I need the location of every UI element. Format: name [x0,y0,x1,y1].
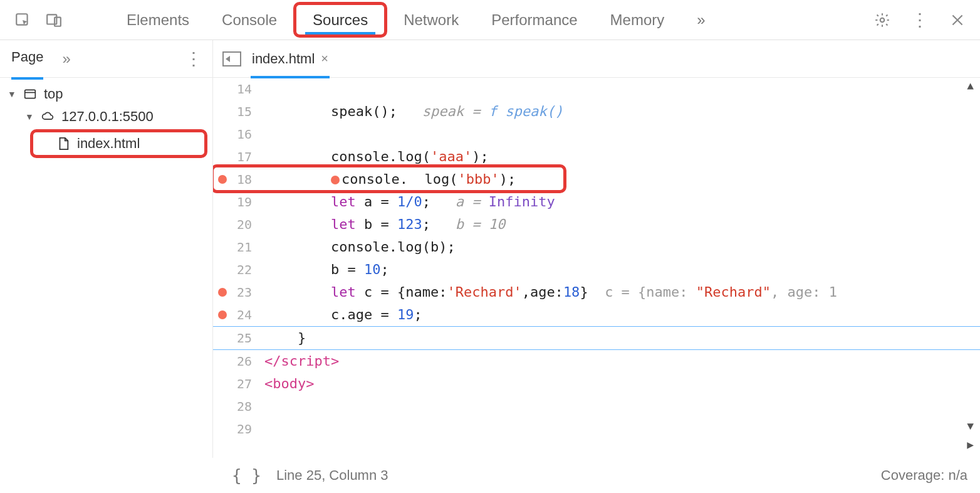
tab-console[interactable]: Console [206,0,293,40]
top-tabs: Elements Console Sources Network Perform… [110,0,722,40]
tab-more[interactable]: » [680,0,721,40]
lineno: 29 [237,418,252,440]
lineno: 28 [237,395,252,418]
lineno: 16 [237,123,252,146]
tree-host[interactable]: ▼ 127.0.0.1:5500 [0,105,212,128]
show-navigator-icon[interactable] [222,49,242,69]
breakpoint-icon[interactable] [218,310,227,319]
t: c.age = [331,307,397,322]
t: Infinity [489,194,555,209]
editor-tab-label: index.html [252,51,315,67]
t: ; [380,262,388,277]
t: a = [456,194,489,209]
code-line-14[interactable]: 14 [213,78,980,100]
t: console.log( [331,149,430,164]
code-line-15[interactable]: 15 speak(); speak = f speak() [213,100,980,123]
frame-icon [21,87,39,102]
file-icon [55,136,72,151]
code-line-26[interactable]: 26 </script​> [213,350,980,373]
t: c = {name: [356,284,447,300]
code-line-17[interactable]: 17 console.log('aaa'); [213,146,980,168]
tab-network[interactable]: Network [387,0,475,40]
breakpoint-icon[interactable] [218,288,227,297]
devtools-toolbar: Elements Console Sources Network Perform… [0,0,980,40]
tree-top[interactable]: ▼ top [0,83,212,105]
tab-memory[interactable]: Memory [594,0,681,40]
t: ; [422,216,430,232]
t: "Rechard" [696,284,771,300]
t: , age: 1 [771,284,837,300]
lineno: 20 [237,213,252,236]
t: console.log(b); [331,239,456,255]
gear-icon[interactable] [872,10,892,30]
editor-tab-index[interactable]: index.html × [251,48,330,70]
breakpoint-icon[interactable] [218,175,227,184]
t: } [580,284,588,300]
code-token: speak(); [331,103,397,119]
tree-host-label: 127.0.0.1:5500 [61,109,154,125]
svg-rect-4 [25,90,36,98]
t: ; [422,194,430,209]
code-editor[interactable]: ▲ 14 15 speak(); speak = f speak() 16 17… [213,78,980,458]
code-line-22[interactable]: 22 b = 10; [213,258,980,281]
t: c = {name: [605,284,696,300]
svg-rect-2 [55,17,61,26]
editor-tabs: index.html × [213,40,338,77]
code-line-27[interactable]: 27 <body> [213,373,980,395]
tab-elements[interactable]: Elements [110,0,206,40]
tab-sources[interactable]: Sources [293,2,387,38]
tab-performance[interactable]: Performance [475,0,593,40]
hint: speak = [422,103,489,119]
t: let [331,194,356,209]
scroll-down-icon[interactable]: ▼ [967,420,974,433]
t: } [298,330,306,346]
t: 'Rechard' [447,284,521,300]
code-line-19[interactable]: 19 let a = 1/0; a = Infinity [213,191,980,213]
t: let [331,216,356,232]
svg-rect-0 [16,14,27,24]
nav-tab-page[interactable]: Page [11,49,43,69]
main-area: ▼ top ▼ 127.0.0.1:5500 index.html ▲ 14 [0,78,980,458]
lineno: 18 [237,168,252,191]
hint: f speak() [489,103,563,119]
inline-hint: b = 10 [456,216,505,232]
kebab-menu-icon[interactable]: ⋮ [910,10,930,30]
code-line-21[interactable]: 21 console.log(b); [213,236,980,258]
inspect-element-icon[interactable] [13,10,33,30]
nav-more-icon[interactable]: » [62,50,70,68]
t: 18 [563,284,580,300]
pretty-print-icon[interactable]: { } [232,466,261,485]
close-icon[interactable] [947,10,967,30]
inline-breakpoint-icon[interactable] [331,176,340,184]
t: log( [424,171,457,187]
t: <body> [264,376,314,391]
code-line-25[interactable]: 25 } [213,327,980,350]
code-line-23[interactable]: 23 let c = {name:'Rechard',age:18} c = {… [213,281,980,304]
t: ; [414,307,422,322]
code-line-18[interactable]: 18 console. log('bbb'); [213,168,980,191]
code-line-29[interactable]: 29 [213,418,980,440]
status-bar: { } Line 25, Column 3 Coverage: n/a [0,458,980,493]
nav-kebab-icon[interactable]: ⋮ [185,48,201,69]
lineno: 21 [237,236,252,258]
code-line-28[interactable]: 28 [213,395,980,418]
tree-file-label: index.html [77,135,140,152]
code-line-16[interactable]: 16 [213,123,980,146]
navigator-tree: ▼ top ▼ 127.0.0.1:5500 index.html [0,78,213,458]
scroll-up-icon[interactable]: ▲ [967,80,974,93]
inline-hint: a = [456,194,489,209]
t: a = [356,194,397,209]
code-line-20[interactable]: 20 let b = 123; b = 10 [213,213,980,236]
editor-tab-close-icon[interactable]: × [321,51,328,66]
t: ,age: [522,284,563,300]
t: 'aaa' [430,149,472,164]
toolbar-left-icons [13,10,64,30]
t: 10 [364,262,381,277]
t: let [331,284,356,300]
t: 123 [397,216,422,232]
device-toggle-icon[interactable] [44,10,64,30]
cloud-icon [39,109,56,124]
scroll-right-icon[interactable]: ▶ [967,438,974,452]
code-line-24[interactable]: 24 c.age = 19; [213,304,980,327]
tree-file-index[interactable]: index.html [30,129,207,158]
